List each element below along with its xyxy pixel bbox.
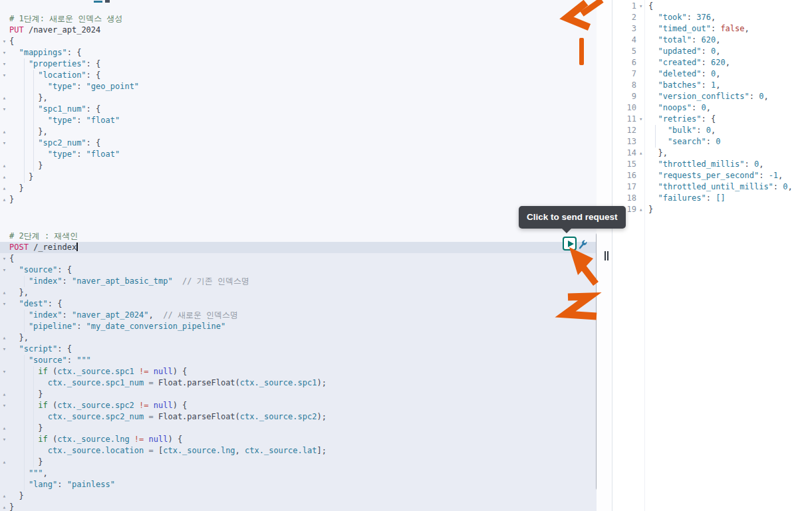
indent-guide [24,434,25,445]
fold-open-icon[interactable]: ▾ [1,344,8,355]
code-line[interactable]: ▴ } [0,490,597,502]
fold-open-icon[interactable]: ▾ [1,47,8,58]
code-line[interactable]: "index": "naver_apt_basic_tmp" // 기존 인덱스… [0,276,597,287]
code-line[interactable]: ▴ } [0,457,597,468]
clipped-line-fragment [94,1,102,3]
fold-close-icon[interactable]: ▴ [1,490,8,502]
fold-open-icon[interactable]: ▾ [1,434,8,445]
code-line[interactable]: "source": """ [0,355,597,366]
fold-close-icon[interactable]: ▴ [1,171,8,183]
fold-close-icon[interactable]: ▴ [1,287,8,298]
code-line[interactable]: ▾ "dest": { [0,298,597,310]
code-line[interactable]: "type": "float" [0,115,597,126]
request-block-1[interactable]: # 1단계: 새로운 인덱스 생성PUT /naver_apt_2024▾{▾ … [0,13,597,205]
fold-open-icon[interactable]: ▾ [636,114,647,125]
code-line[interactable]: "index": "naver_apt_2024", // 새로운 인덱스명 [0,310,597,321]
send-request-button[interactable] [563,237,577,251]
tooltip-caret-icon [561,228,572,233]
code-segment: , [711,13,716,22]
fold-close-icon[interactable]: ▴ [1,92,8,104]
code-line[interactable]: POST /_reindex [0,242,597,253]
fold-open-icon[interactable]: ▾ [1,253,8,264]
fold-open-icon[interactable]: ▾ [1,264,8,276]
code-line[interactable]: "pipeline": "my_date_conversion_pipeline… [0,321,597,332]
code-segment: }, [9,127,48,136]
fold-open-icon[interactable]: ▾ [636,1,647,12]
code-line[interactable]: ▴ } [0,423,597,434]
code-line[interactable]: ▾ if (ctx._source.spc2 != null) { [0,400,597,411]
code-segment: -1 [769,171,778,180]
fold-close-icon[interactable]: ▴ [1,126,8,138]
fold-close-icon[interactable]: ▴ [1,194,8,205]
code-segment: "type" [9,150,76,159]
fold-open-icon[interactable]: ▾ [1,366,8,377]
code-line[interactable]: "type": "geo_point" [0,81,597,92]
code-line[interactable]: "type": "float" [0,149,597,160]
code-line[interactable]: ▴ }, [0,332,597,344]
code-segment: "properties" [9,59,86,68]
code-line[interactable]: ▴ } [0,183,597,194]
fold-close-icon[interactable]: ▴ [1,332,8,344]
resize-handle[interactable] [605,251,606,260]
fold-close-icon[interactable]: ▴ [1,457,8,468]
code-line[interactable]: ▴ }, [0,126,597,138]
code-line[interactable]: ▾ "spc2_num": { [0,138,597,149]
fold-open-icon[interactable]: ▾ [1,298,8,310]
code-line[interactable]: ▾ "script": { [0,344,597,355]
fold-open-icon[interactable]: ▾ [1,104,8,115]
code-segment: : [57,480,67,489]
code-line[interactable]: ▴ } [0,160,597,171]
code-line[interactable]: ▾{ [0,36,597,47]
response-code: "timed_out": false, [647,23,812,35]
fold-close-icon[interactable]: ▴ [1,160,8,171]
code-line[interactable]: ctx._source.location = [ctx._source.lng,… [0,445,597,457]
code-line[interactable]: ▾ "location": { [0,70,597,81]
code-line[interactable]: ctx._source.spc2_num = Float.parseFloat(… [0,411,597,423]
fold-open-icon[interactable]: ▾ [1,58,8,70]
code-line[interactable]: # 2단계 : 재색인 [0,231,597,242]
fold-open-icon[interactable]: ▾ [1,400,8,411]
resize-handle[interactable] [607,251,609,260]
code-line[interactable]: ▴ } [0,389,597,400]
fold-open-icon[interactable]: ▾ [1,70,8,81]
code-line[interactable]: ▴ }, [0,287,597,298]
code-line[interactable]: ▾ "spc1_num": { [0,104,597,115]
code-segment: , [778,171,783,180]
code-line[interactable]: ctx._source.spc1_num = Float.parseFloat(… [0,377,597,389]
code-line[interactable]: ▾ "properties": { [0,58,597,70]
indent-guide [24,171,25,183]
line-number: 3 [612,23,636,35]
code-line[interactable]: ▾ "source": { [0,264,597,276]
code-line[interactable]: ▴} [0,194,597,205]
fold-close-icon[interactable]: ▴ [1,389,8,400]
response-code: "version_conflicts": 0, [647,91,812,102]
code-line[interactable]: """, [0,468,597,479]
code-line[interactable]: ▾{ [0,253,597,264]
fold-open-icon[interactable]: ▾ [1,138,8,149]
fold-close-icon[interactable]: ▴ [1,423,8,434]
fold-close-icon[interactable]: ▴ [636,204,647,215]
request-editor-pane[interactable]: # 1단계: 새로운 인덱스 생성PUT /naver_apt_2024▾{▾ … [0,0,597,511]
request-block-2[interactable]: # 2단계 : 재색인POST /_reindex▾{▾ "source": {… [0,231,597,511]
code-segment: null [149,401,173,410]
pane-divider[interactable] [597,0,612,511]
fold-close-icon[interactable]: ▴ [636,148,647,159]
code-segment: "timed_out" [648,24,711,33]
code-segment: false [720,24,744,33]
code-line[interactable]: ▴ }, [0,92,597,104]
fold-close-icon[interactable]: ▴ [1,502,8,511]
code-line[interactable]: ▴} [0,502,597,511]
fold-close-icon[interactable]: ▴ [1,183,8,194]
code-line[interactable]: ▾ if (ctx._source.spc1 != null) { [0,366,597,377]
code-segment: , [235,446,245,455]
fold-open-icon[interactable]: ▾ [1,36,8,47]
indent-guide [24,411,25,423]
code-line[interactable]: ▾ "mappings": { [0,47,597,58]
code-line[interactable]: PUT /naver_apt_2024 [0,25,597,36]
code-line[interactable]: # 1단계: 새로운 인덱스 생성 [0,13,597,25]
code-line[interactable]: "lang": "painless" [0,479,597,490]
code-line[interactable]: ▴ } [0,171,597,183]
wrench-icon[interactable] [577,239,589,251]
code-line[interactable]: ▾ if (ctx._source.lng != null) { [0,434,597,445]
code-segment: = [144,412,158,421]
